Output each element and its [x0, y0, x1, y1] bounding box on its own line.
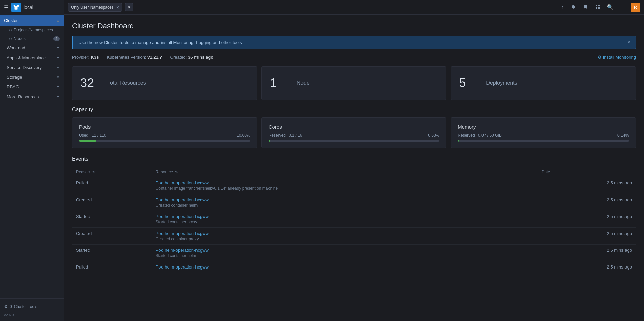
svg-rect-1	[598, 5, 600, 6]
event-reason: Pulled	[72, 177, 151, 194]
provider-info-row: Provider: K3s Kubernetes Version: v1.21.…	[72, 55, 636, 60]
content-area: Cluster Dashboard Use the new Cluster To…	[64, 15, 644, 321]
capacity-section-title: Capacity	[72, 107, 636, 113]
created-info: Created: 36 mins ago	[170, 55, 214, 60]
sort-icon: ↓	[552, 170, 554, 174]
capacity-card-cores: Cores Reserved 0.1 / 16 0.63%	[261, 117, 447, 148]
sort-icon: ⇅	[175, 170, 178, 174]
install-monitoring-link[interactable]: ⚙ Install Monitoring	[598, 55, 636, 60]
namespace-dropdown[interactable]: ▾	[125, 3, 133, 11]
event-desc: Created container proxy	[155, 237, 533, 241]
event-date: 2.5 mins ago	[538, 177, 636, 194]
event-reason: Created	[72, 194, 151, 211]
sidebar-bottom: ⚙ 0 Cluster Tools v2.6.3	[0, 298, 64, 321]
user-avatar[interactable]: R	[631, 3, 640, 12]
search-icon[interactable]: 🔍	[605, 3, 616, 12]
gear-icon: ⚙	[4, 304, 8, 309]
sidebar-item-workload[interactable]: Workload ▼	[0, 43, 64, 53]
stat-label-nodes: Node	[297, 80, 310, 86]
stat-number-total-resources: 32	[80, 76, 101, 90]
svg-rect-2	[596, 7, 597, 9]
stat-number-deployments: 5	[459, 76, 479, 90]
event-date: 2.5 mins ago	[538, 194, 636, 211]
sidebar: ☰ local Cluster ▲ Projects/Namespaces No…	[0, 0, 64, 321]
event-resource-link[interactable]: Pod helm-operation-hcgww	[155, 180, 209, 185]
namespace-tag-close[interactable]: ×	[116, 5, 119, 10]
sidebar-brand-label: local	[24, 5, 33, 10]
brand-icon	[11, 3, 21, 12]
event-reason: Started	[72, 211, 151, 228]
event-resource-link[interactable]: Pod helm-operation-hcgww	[155, 248, 209, 253]
chevron-down-icon: ▼	[56, 46, 60, 50]
hamburger-icon[interactable]: ☰	[4, 4, 9, 11]
event-date: 2.5 mins ago	[538, 211, 636, 228]
event-resource-link[interactable]: Pod helm-operation-hcgww	[155, 214, 209, 219]
cluster-tools-button[interactable]: ⚙ 0 Cluster Tools	[0, 301, 64, 312]
event-reason: Started	[72, 245, 151, 261]
chevron-down-icon: ▼	[56, 95, 60, 99]
sidebar-item-projects-namespaces[interactable]: Projects/Namespaces	[0, 26, 64, 34]
events-col-resource[interactable]: Resource ⇅	[151, 167, 537, 177]
event-resource: Pod helm-operation-hcgww Started contain…	[151, 211, 537, 228]
table-row: Created Pod helm-operation-hcgww Created…	[72, 194, 636, 211]
event-resource: Pod helm-operation-hcgww Created contain…	[151, 194, 537, 211]
stat-card-nodes: 1 Node	[261, 66, 447, 100]
capacity-card-pods: Pods Used 11 / 110 10.00%	[72, 117, 257, 148]
progress-bar-fill	[458, 140, 459, 142]
more-options-icon[interactable]: ⋮	[618, 3, 628, 12]
stat-card-total-resources: 32 Total Resources	[72, 66, 257, 100]
chevron-down-icon: ▼	[56, 66, 60, 69]
table-row: Pulled Pod helm-operation-hcgww 2.5 mins…	[72, 261, 636, 273]
stats-row: 32 Total Resources 1 Node 5 Deployments	[72, 66, 636, 100]
sidebar-item-nodes[interactable]: Nodes 1	[0, 34, 64, 43]
provider-info: Provider: K3s	[72, 55, 99, 60]
event-desc: Created container helm	[155, 203, 533, 208]
progress-bar-bg	[458, 140, 629, 142]
stat-label-total-resources: Total Resources	[107, 80, 146, 86]
sidebar-item-rbac[interactable]: RBAC ▼	[0, 82, 64, 92]
events-section-title: Events	[72, 156, 636, 162]
progress-bar-bg	[79, 140, 250, 142]
svg-rect-3	[598, 7, 600, 9]
namespace-filter-tag[interactable]: Only User Namespaces ×	[68, 3, 122, 12]
sidebar-item-apps-marketplace[interactable]: Apps & Marketplace ▼	[0, 53, 64, 63]
banner-close-button[interactable]: ×	[627, 39, 630, 45]
event-resource-link[interactable]: Pod helm-operation-hcgww	[155, 197, 209, 202]
chevron-down-icon: ▼	[56, 56, 60, 60]
sidebar-item-more-resources[interactable]: More Resources ▼	[0, 92, 64, 102]
event-resource: Pod helm-operation-hcgww Container image…	[151, 177, 537, 194]
event-date: 2.5 mins ago	[538, 228, 636, 245]
bell-icon[interactable]	[569, 3, 578, 12]
banner-text: Use the new Cluster Tools to manage and …	[78, 40, 242, 45]
capacity-title: Pods	[79, 124, 250, 130]
chevron-up-icon: ▲	[56, 19, 60, 22]
event-resource: Pod helm-operation-hcgww Created contain…	[151, 228, 537, 245]
event-resource-link[interactable]: Pod helm-operation-hcgww	[155, 264, 209, 270]
events-table: Reason ⇅ Resource ⇅ Date ↓ Pulled Pod he…	[72, 167, 636, 273]
events-col-date[interactable]: Date ↓	[538, 167, 636, 177]
events-col-reason[interactable]: Reason ⇅	[72, 167, 151, 177]
sidebar-cluster-section[interactable]: Cluster ▲	[0, 15, 64, 26]
event-desc: Container image "rancher/shell:v0.1.14" …	[155, 186, 533, 191]
sidebar-item-storage[interactable]: Storage ▼	[0, 72, 64, 82]
capacity-row: Pods Used 11 / 110 10.00% Cores Reserved…	[72, 117, 636, 148]
sort-icon: ⇅	[92, 170, 95, 174]
nodes-badge: 1	[53, 36, 60, 41]
topbar: Only User Namespaces × ▾ ↑ 🔍 ⋮ R	[64, 0, 644, 15]
chevron-down-icon: ▼	[56, 85, 60, 89]
table-row: Started Pod helm-operation-hcgww Started…	[72, 245, 636, 261]
version-label: v2.6.3	[0, 312, 64, 318]
upload-icon[interactable]: ↑	[559, 3, 566, 12]
k8s-version-info: Kubernetes Version: v1.21.7	[107, 55, 162, 60]
bookmark-icon[interactable]	[581, 3, 590, 12]
sidebar-item-service-discovery[interactable]: Service Discovery ▼	[0, 63, 64, 72]
event-desc: Started container proxy	[155, 220, 533, 224]
table-row: Created Pod helm-operation-hcgww Created…	[72, 228, 636, 245]
progress-bar-bg	[269, 140, 440, 142]
event-resource-link[interactable]: Pod helm-operation-hcgww	[155, 231, 209, 236]
event-reason: Created	[72, 228, 151, 245]
stat-label-deployments: Deployments	[486, 80, 517, 86]
svg-rect-0	[596, 5, 597, 6]
page-title: Cluster Dashboard	[72, 22, 636, 30]
grid-icon[interactable]	[593, 3, 602, 12]
